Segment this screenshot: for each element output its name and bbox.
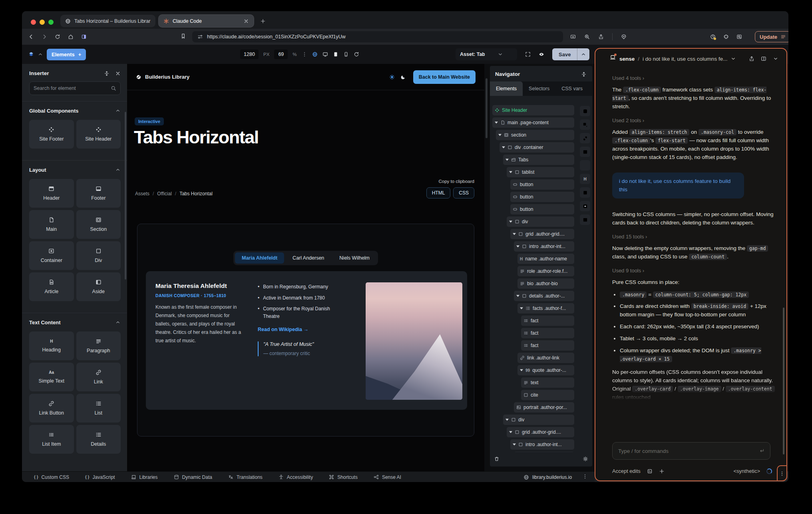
expand-caret-icon[interactable] bbox=[516, 245, 519, 248]
tree-node-name-author-name[interactable]: Hname .author-name bbox=[514, 452, 574, 452]
share-icon[interactable] bbox=[598, 34, 604, 40]
statusbar-shortcuts[interactable]: Shortcuts bbox=[329, 474, 358, 480]
sun-icon[interactable] bbox=[389, 74, 395, 80]
refresh-preview-icon[interactable] bbox=[354, 52, 359, 57]
navigator-tab-selectors[interactable]: Selectors bbox=[523, 81, 555, 96]
inserter-item-heading[interactable]: HHeading bbox=[29, 331, 74, 360]
layout-caret-icon[interactable] bbox=[773, 56, 778, 62]
minimize-window-button[interactable] bbox=[40, 20, 45, 25]
tree-node-section[interactable]: section bbox=[496, 130, 574, 140]
tree-node-div-container[interactable]: div .container bbox=[500, 142, 574, 153]
tree-node-button[interactable]: button bbox=[510, 192, 574, 202]
breadcrumb-official[interactable]: Official bbox=[157, 191, 171, 196]
close-tab-icon[interactable] bbox=[243, 18, 249, 24]
statusbar-javascript[interactable]: { }JavaScript bbox=[85, 474, 115, 480]
tree-node-cite[interactable]: cite bbox=[521, 390, 574, 400]
demo-tab-niels-wilhelm[interactable]: Niels Wilhelm bbox=[332, 252, 376, 264]
export-share-icon[interactable] bbox=[749, 56, 754, 62]
zoom-field[interactable]: 69 bbox=[274, 50, 288, 59]
breadcrumb-tabs-horizontal[interactable]: Tabs Horizontal bbox=[179, 191, 213, 196]
insert-image-button[interactable] bbox=[580, 147, 590, 157]
save-button[interactable]: Save bbox=[552, 48, 589, 60]
site-url-indicator[interactable]: library.builderius.io bbox=[523, 472, 572, 482]
attach-plus-icon[interactable] bbox=[659, 468, 665, 474]
zoom-page-icon[interactable] bbox=[584, 34, 590, 40]
elements-button[interactable]: Elements + bbox=[47, 49, 86, 60]
statusbar-sense-ai[interactable]: Sense AI bbox=[374, 474, 401, 480]
tree-node-intro-author-int[interactable]: intro .author-int... bbox=[514, 241, 574, 252]
tree-node-details-author[interactable]: details .author-... bbox=[514, 291, 574, 301]
insert-container-button[interactable] bbox=[580, 201, 590, 211]
tree-node-portrait-author-por[interactable]: portrait .author-por... bbox=[514, 402, 574, 413]
builderius-logo-icon[interactable] bbox=[28, 52, 34, 57]
breadcrumb-assets[interactable]: Assets bbox=[135, 191, 149, 196]
inserter-item-section[interactable]: Section bbox=[76, 210, 121, 239]
statusbar-translations[interactable]: Translations bbox=[228, 474, 263, 480]
tree-node-div[interactable]: div bbox=[507, 216, 574, 227]
tree-node-fact[interactable]: fact bbox=[521, 328, 574, 338]
wikipedia-link[interactable]: Read on Wikipedia → bbox=[258, 327, 346, 332]
element-search[interactable] bbox=[29, 81, 121, 95]
inserter-item-site-header[interactable]: Site Header bbox=[76, 120, 121, 149]
new-tab-button[interactable] bbox=[260, 18, 266, 24]
inserter-item-simple-text[interactable]: AaSimple Text bbox=[29, 363, 74, 391]
insert-text-button[interactable] bbox=[580, 160, 590, 171]
tree-node-facts-author-f[interactable]: facts .author-f... bbox=[517, 303, 574, 314]
statusbar-dynamic-data[interactable]: Dynamic Data bbox=[174, 474, 212, 480]
browser-tab-builderius[interactable]: Tabs Horizontal – Builderius Librar bbox=[60, 15, 155, 27]
insert-link-button[interactable] bbox=[580, 133, 590, 143]
collapse-caret-icon[interactable] bbox=[38, 52, 43, 57]
copy-css-button[interactable]: CSS bbox=[453, 187, 474, 198]
statusbar-accessibility[interactable]: Accessibility bbox=[279, 474, 313, 480]
bookmark-icon[interactable] bbox=[180, 33, 186, 39]
session-caret-icon[interactable] bbox=[730, 56, 736, 62]
tools-used-toggle[interactable]: Used 2 tools › bbox=[612, 117, 776, 123]
inserter-item-site-footer[interactable]: Site Footer bbox=[29, 120, 74, 149]
page-search-icon[interactable] bbox=[736, 34, 742, 40]
command-input[interactable] bbox=[618, 448, 755, 454]
demo-tab-carl-andersen[interactable]: Carl Andersen bbox=[286, 252, 331, 264]
tree-node-main-page-content[interactable]: main .page-content bbox=[492, 117, 574, 128]
expand-caret-icon[interactable] bbox=[509, 220, 512, 223]
browser-tab-claude-code[interactable]: Claude Code bbox=[159, 15, 254, 27]
desktop-device-icon[interactable] bbox=[322, 52, 328, 57]
preview-eye-icon[interactable] bbox=[539, 52, 544, 57]
insert-div-button[interactable] bbox=[580, 187, 590, 198]
tree-node-quote-author[interactable]: 99quote .author-... bbox=[517, 365, 574, 375]
home-icon[interactable] bbox=[68, 34, 74, 40]
insert-layers-button[interactable] bbox=[580, 119, 590, 130]
sidebar-scrollbar[interactable] bbox=[125, 112, 126, 280]
profile-icon[interactable] bbox=[710, 34, 716, 40]
tree-node-div[interactable]: div bbox=[503, 415, 574, 425]
insert-stack-button[interactable] bbox=[580, 106, 590, 116]
tree-node-bio-author-bio[interactable]: bio .author-bio bbox=[517, 278, 574, 289]
expand-caret-icon[interactable] bbox=[509, 431, 512, 434]
inserter-item-details[interactable]: Details bbox=[76, 425, 121, 454]
moon-icon[interactable] bbox=[400, 74, 406, 80]
site-settings-icon[interactable] bbox=[197, 34, 203, 40]
forward-icon[interactable] bbox=[42, 34, 47, 40]
inserter-item-container[interactable]: Container bbox=[29, 241, 74, 270]
expand-caret-icon[interactable] bbox=[506, 418, 509, 421]
inserter-item-link-button[interactable]: Link Button bbox=[29, 394, 74, 423]
tools-used-toggle[interactable]: Used 15 tools › bbox=[612, 234, 776, 240]
expand-caret-icon[interactable] bbox=[520, 369, 523, 372]
tablet-device-icon[interactable] bbox=[333, 52, 338, 57]
address-bar[interactable]: https://claude.ai/code/session_01SinXZzP… bbox=[192, 31, 563, 42]
update-button[interactable]: Update bbox=[755, 31, 788, 42]
phone-device-icon[interactable] bbox=[343, 52, 349, 57]
inserter-item-footer[interactable]: Footer bbox=[76, 179, 121, 208]
inserter-item-link[interactable]: Link bbox=[76, 363, 121, 391]
expand-caret-icon[interactable] bbox=[495, 121, 498, 124]
back-to-main-website-button[interactable]: Back to Main Website bbox=[413, 70, 476, 84]
tree-node-button[interactable]: button bbox=[510, 179, 574, 190]
reader-sidebar-icon[interactable] bbox=[81, 34, 87, 40]
statusbar-libraries[interactable]: Libraries bbox=[131, 474, 158, 480]
tree-node-grid-author-grid[interactable]: grid .author-grid.... bbox=[507, 427, 574, 437]
tree-node-button[interactable]: button bbox=[510, 204, 574, 214]
tree-node-fact[interactable]: fact bbox=[521, 316, 574, 326]
tree-node-tablist[interactable]: tablist bbox=[507, 167, 574, 177]
command-input-box[interactable] bbox=[612, 442, 770, 460]
dock-panel-icon[interactable] bbox=[104, 71, 109, 76]
preview-scrollbar[interactable] bbox=[486, 78, 488, 138]
